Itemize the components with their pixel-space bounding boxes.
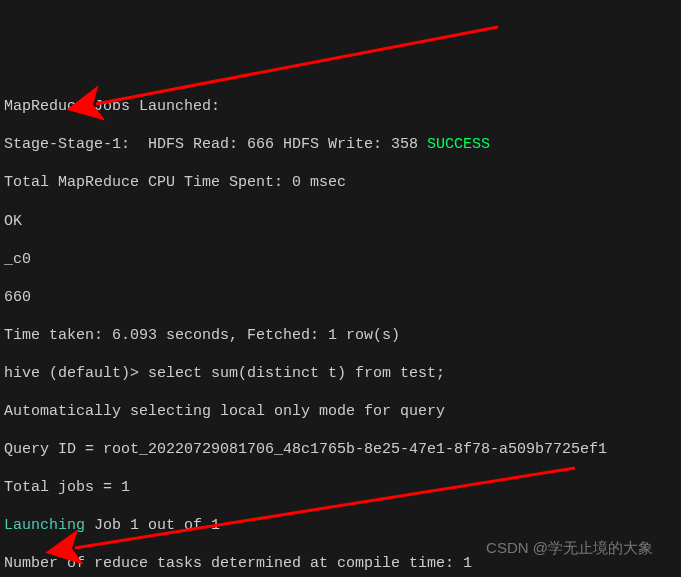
output-line: Query ID = root_20220729081706_48c1765b-… (4, 440, 677, 459)
output-line: Stage-Stage-1: HDFS Read: 666 HDFS Write… (4, 135, 677, 154)
output-line: Automatically selecting local only mode … (4, 402, 677, 421)
output-line: Time taken: 6.093 seconds, Fetched: 1 ro… (4, 326, 677, 345)
text-segment: Stage-Stage-1: HDFS Read: 666 HDFS Write… (4, 136, 427, 153)
terminal-output: MapReduce Jobs Launched: Stage-Stage-1: … (4, 78, 677, 577)
output-line: Launching Job 1 out of 1 (4, 516, 677, 535)
output-line: OK (4, 212, 677, 231)
output-line: _c0 (4, 250, 677, 269)
result-value: 660 (4, 288, 677, 307)
output-line: Total jobs = 1 (4, 478, 677, 497)
success-status: SUCCESS (427, 136, 490, 153)
text-segment: Job 1 out of 1 (85, 517, 220, 534)
output-line: Total MapReduce CPU Time Spent: 0 msec (4, 173, 677, 192)
launching-keyword: Launching (4, 517, 85, 534)
output-line: MapReduce Jobs Launched: (4, 97, 677, 116)
hive-prompt-line: hive (default)> select sum(distinct t) f… (4, 364, 677, 383)
output-line: Number of reduce tasks determined at com… (4, 554, 677, 573)
